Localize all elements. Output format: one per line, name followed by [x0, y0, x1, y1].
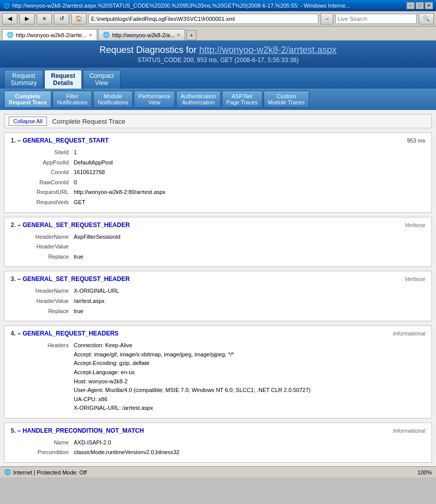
browser-tabs-bar: 🌐 http://wonyoo-w2k8-2/arrte... ✕ 🌐 http…: [0, 26, 436, 41]
browser-tab-2-close[interactable]: ✕: [177, 33, 181, 38]
go-button[interactable]: →: [321, 13, 333, 24]
status-bar: 🌐 Internet | Protected Mode: Off 100%: [0, 466, 436, 478]
section-4-toggle[interactable]: –: [17, 330, 21, 337]
section-4-badge: Informational: [393, 330, 425, 337]
field-value: [74, 242, 424, 251]
section-1-num: 1.: [11, 137, 16, 144]
back-button[interactable]: ◀: [2, 13, 17, 24]
field-key: Headers: [12, 341, 73, 413]
field-key: Replace: [12, 307, 73, 316]
tab-request-details[interactable]: Request Details: [44, 70, 81, 89]
subnav-aspnet[interactable]: ASP.Net Page Traces: [222, 91, 263, 108]
section-5-toggle[interactable]: –: [17, 427, 21, 434]
field-key: Name: [12, 438, 73, 447]
section-2: 2. – GENERAL_SET_REQUEST_HEADER Verbose …: [4, 217, 432, 267]
subnav-auth[interactable]: Authentication Authorization: [176, 91, 221, 108]
section-5-num: 5.: [11, 427, 16, 434]
table-row: Name AXD-ISAPI-2.0: [12, 438, 424, 447]
browser-tab-2[interactable]: 🌐 http://wonyoo-w2k8-2/a... ✕: [98, 29, 185, 40]
table-row: SiteId 1: [12, 148, 424, 157]
section-5-details: Name AXD-ISAPI-2.0 Precondition classicM…: [11, 437, 425, 458]
section-3-title[interactable]: GENERAL_SET_REQUEST_HEADER: [22, 275, 130, 283]
section-5-title[interactable]: HANDLER_PRECONDITION_NOT_MATCH: [22, 427, 143, 434]
section-3-details: HeaderName X-ORIGINAL-URL HeaderValue /a…: [11, 286, 425, 317]
field-key: HeaderName: [12, 287, 73, 296]
trace-header-label: Complete Request Trace: [52, 118, 125, 125]
stop-button[interactable]: ✕: [37, 13, 52, 24]
minimize-button[interactable]: −: [406, 2, 415, 9]
subnav-complete-trace[interactable]: Complete Request Trace: [4, 91, 51, 108]
section-1: 1. – GENERAL_REQUEST_START 953 ms SiteId…: [4, 132, 432, 213]
page-subtitle: STATUS_CODE 200, 953 ms, GET (2008-6-17,…: [8, 57, 428, 64]
browser-tab-2-icon: 🌐: [103, 32, 110, 38]
new-tab-button[interactable]: +: [186, 30, 196, 40]
collapse-all-button[interactable]: Collapse All: [9, 117, 47, 126]
field-key: SiteId: [12, 148, 73, 157]
field-key: HeaderValue: [12, 242, 73, 251]
subnav-custom[interactable]: Custom Module Traces: [264, 91, 309, 108]
tab-request-summary[interactable]: Request Summary: [4, 70, 43, 89]
section-1-toggle[interactable]: –: [17, 137, 21, 144]
browser-tab-1[interactable]: 🌐 http://wonyoo-w2k8-2/arrte... ✕: [2, 29, 97, 40]
field-value: classicMode,runtimeVersionv2.0,bitness32: [74, 448, 424, 457]
table-row: Headers Connection: Keep-Alive Accept: i…: [12, 341, 424, 413]
table-row: ConnId 1610612768: [12, 168, 424, 177]
section-1-timing: 953 ms: [407, 137, 425, 144]
subnav-performance-view[interactable]: Performance View: [134, 91, 175, 108]
forward-button[interactable]: ▶: [19, 13, 35, 24]
browser-tab-1-label: http://wonyoo-w2k8-2/arrte...: [16, 32, 86, 38]
field-key: RawConnId: [12, 178, 73, 187]
section-3: 3. – GENERAL_SET_REQUEST_HEADER Verbose …: [4, 271, 432, 321]
table-row: RequestVerb GET: [12, 198, 424, 207]
title-bar-icon: 🌐: [3, 3, 10, 9]
tab-compact-view[interactable]: Compact View: [83, 70, 121, 89]
table-row: HeaderName X-ORIGINAL-URL: [12, 287, 424, 296]
zone-icon: 🌐: [4, 469, 11, 475]
section-1-title[interactable]: GENERAL_REQUEST_START: [22, 137, 108, 144]
main-nav: Request Summary Request Details Compact …: [0, 68, 436, 89]
field-value: http://wonyoo-w2k8-2:80/arrtest.aspx: [74, 188, 424, 197]
close-button[interactable]: ✕: [425, 2, 433, 9]
browser-tab-1-close[interactable]: ✕: [89, 33, 93, 38]
maximize-button[interactable]: □: [416, 2, 424, 9]
section-1-details: SiteId 1 AppPoolId DefaultAppPool ConnId…: [11, 147, 425, 208]
table-row: RequestURL http://wonyoo-w2k8-2:80/arrte…: [12, 188, 424, 197]
subnav-module-notifications[interactable]: Module Notifications: [93, 91, 133, 108]
section-3-toggle[interactable]: –: [17, 275, 21, 283]
section-2-badge: Verbose: [404, 222, 425, 228]
field-value: DefaultAppPool: [74, 158, 424, 167]
page-header: Request Diagnostics for http://wonyoo-w2…: [0, 41, 436, 68]
section-2-title[interactable]: GENERAL_SET_REQUEST_HEADER: [22, 221, 130, 229]
page-title-link[interactable]: http://wonyoo-w2k8-2/arrtest.aspx: [199, 45, 336, 55]
zoom-level: 100%: [418, 469, 432, 475]
field-value: AspFilterSessionId: [74, 233, 424, 242]
trace-header: Collapse All Complete Request Trace: [4, 114, 432, 128]
section-3-badge: Verbose: [404, 276, 425, 282]
field-value: 1: [74, 148, 424, 157]
section-5-badge: Informational: [393, 428, 425, 434]
table-row: HeaderName AspFilterSessionId: [12, 233, 424, 242]
section-2-toggle[interactable]: –: [17, 221, 21, 229]
refresh-button[interactable]: ↺: [54, 13, 69, 24]
section-4-title[interactable]: GENERAL_REQUEST_HEADERS: [22, 330, 119, 337]
search-input[interactable]: [335, 14, 417, 24]
table-row: Replace true: [12, 307, 424, 316]
section-2-num: 2.: [11, 221, 16, 229]
field-value: 0: [74, 178, 424, 187]
field-value: AXD-ISAPI-2.0: [74, 438, 424, 447]
table-row: HeaderValue /arrtest.aspx: [12, 297, 424, 306]
browser-tab-2-label: http://wonyoo-w2k8-2/a...: [112, 32, 175, 38]
table-row: RawConnId 0: [12, 178, 424, 187]
field-value: /arrtest.aspx: [74, 297, 424, 306]
address-bar: ◀ ▶ ✕ ↺ 🏠 → 🔍: [0, 11, 436, 26]
subnav-filter-notifications[interactable]: Filter Notifications: [52, 91, 92, 108]
content-area: Collapse All Complete Request Trace 1. –…: [0, 110, 436, 466]
field-value: GET: [74, 198, 424, 207]
home-button[interactable]: 🏠: [71, 13, 86, 24]
section-4-details: Headers Connection: Keep-Alive Accept: i…: [11, 340, 425, 414]
search-button[interactable]: 🔍: [419, 13, 434, 24]
zone-text: Internet | Protected Mode: Off: [13, 469, 87, 475]
browser-tab-1-icon: 🌐: [7, 32, 14, 38]
address-input[interactable]: [89, 14, 318, 24]
field-value: X-ORIGINAL-URL: [74, 287, 424, 296]
